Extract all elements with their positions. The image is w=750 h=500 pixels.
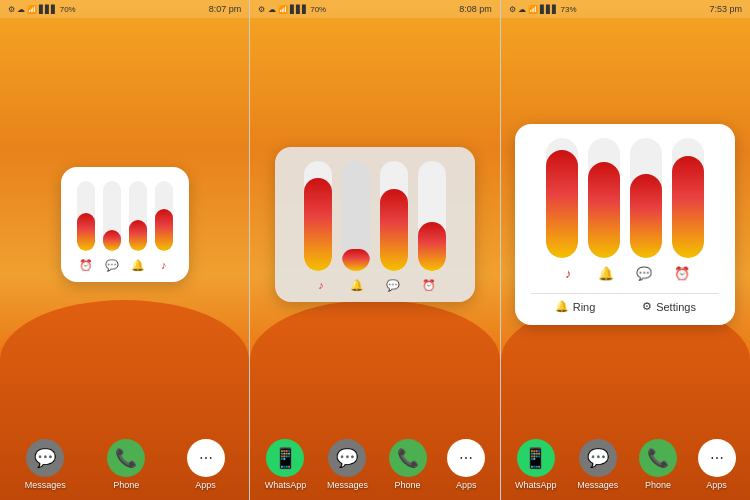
slider-fill-1-2: [103, 230, 121, 251]
slider-fill-1-4: [155, 209, 173, 251]
messages-label-2: Messages: [327, 480, 368, 490]
phone-label-3: Phone: [645, 480, 671, 490]
alarm-icon-1: ⏰: [77, 259, 95, 272]
sliders-row-3: [546, 138, 704, 258]
messages-icon-circle-1: 💬: [26, 439, 64, 477]
status-icons-3: ⚙ ☁ 📶 ▋▋▋ 73%: [509, 5, 577, 14]
apps-icon-3: ⋯: [710, 450, 724, 466]
status-bar-3: ⚙ ☁ 📶 ▋▋▋ 73% 7:53 pm: [501, 0, 750, 18]
phone-panel-1: ⚙ ☁ 📶 ▋▋▋ 70% 8:07 pm: [0, 0, 249, 500]
slider-1-1[interactable]: [77, 181, 95, 251]
apps-icon-circle-2: ⋯: [447, 439, 485, 477]
dock-apps-3[interactable]: ⋯ Apps: [698, 439, 736, 490]
sliders-row-1: [77, 181, 173, 251]
slider-2-1[interactable]: [304, 161, 332, 271]
dock-2: 📱 WhatsApp 💬 Messages 📞 Phone ⋯ Apps: [250, 431, 499, 500]
messages-label-1: Messages: [25, 480, 66, 490]
apps-label-3: Apps: [706, 480, 727, 490]
message-icon-2: 💬: [384, 279, 402, 292]
status-icons-1: ⚙ ☁ 📶: [8, 5, 37, 14]
ring-settings-bar: 🔔 Ring ⚙ Settings: [531, 293, 719, 313]
message-icon-1: 💬: [103, 259, 121, 272]
slider-2-3[interactable]: [380, 161, 408, 271]
messages-label-3: Messages: [577, 480, 618, 490]
messages-icon-3: 💬: [587, 447, 609, 469]
slider-fill-2-4: [418, 222, 446, 272]
slider-fill-1-3: [129, 220, 147, 252]
dock-phone-3[interactable]: 📞 Phone: [639, 439, 677, 490]
whatsapp-icon-3: 📱: [523, 446, 548, 470]
phone-panel-2: ⚙ ☁ 📶 ▋▋▋ 70% 8:08 pm: [250, 0, 499, 500]
phone-icon-circle-2: 📞: [389, 439, 427, 477]
slider-fill-3-2: [588, 162, 620, 258]
slider-2-2[interactable]: [342, 161, 370, 271]
slider-3-2[interactable]: [588, 138, 620, 258]
music-icon-3: ♪: [559, 266, 577, 281]
bell-icon-3: 🔔: [597, 266, 615, 281]
widget-area-3: ♪ 🔔 💬 ⏰ 🔔 Ring ⚙ Settings: [501, 18, 750, 431]
apps-icon-1: ⋯: [199, 450, 213, 466]
slider-fill-3-1: [546, 150, 578, 258]
ring-label: Ring: [573, 301, 596, 313]
slider-fill-2-2: [342, 249, 370, 271]
slider-1-4[interactable]: [155, 181, 173, 251]
message-icon-3: 💬: [635, 266, 653, 281]
status-left-3: ⚙ ☁ 📶 ▋▋▋ 73%: [509, 5, 577, 14]
widget-area-2: ♪ 🔔 💬 ⏰: [250, 18, 499, 431]
dock-phone-1[interactable]: 📞 Phone: [107, 439, 145, 490]
slider-1-3[interactable]: [129, 181, 147, 251]
settings-icon: ⚙: [642, 300, 652, 313]
bell-icon-2: 🔔: [348, 279, 366, 292]
messages-icon-circle-3: 💬: [579, 439, 617, 477]
phone-label-2: Phone: [395, 480, 421, 490]
settings-label: Settings: [656, 301, 696, 313]
dock-messages-3[interactable]: 💬 Messages: [577, 439, 618, 490]
slider-1-2[interactable]: [103, 181, 121, 251]
messages-icon-1: 💬: [34, 447, 56, 469]
widget-area-1: ⏰ 💬 🔔 ♪: [0, 18, 249, 431]
volume-widget-3: ♪ 🔔 💬 ⏰ 🔔 Ring ⚙ Settings: [515, 124, 735, 325]
apps-label-1: Apps: [195, 480, 216, 490]
slider-fill-3-4: [672, 156, 704, 258]
icons-row-2: ♪ 🔔 💬 ⏰: [312, 279, 438, 292]
phone-label-1: Phone: [113, 480, 139, 490]
signal-strength-1: ▋▋▋ 70%: [39, 5, 75, 14]
messages-icon-2: 💬: [336, 447, 358, 469]
slider-3-4[interactable]: [672, 138, 704, 258]
status-left-1: ⚙ ☁ 📶 ▋▋▋ 70%: [8, 5, 76, 14]
status-time-3: 7:53 pm: [709, 4, 742, 14]
slider-2-4[interactable]: [418, 161, 446, 271]
dock-apps-2[interactable]: ⋯ Apps: [447, 439, 485, 490]
slider-fill-3-3: [630, 174, 662, 258]
dock-messages-1[interactable]: 💬 Messages: [25, 439, 66, 490]
settings-button[interactable]: ⚙ Settings: [642, 300, 696, 313]
volume-widget-2: ♪ 🔔 💬 ⏰: [275, 147, 475, 302]
whatsapp-label-3: WhatsApp: [515, 480, 557, 490]
whatsapp-label-2: WhatsApp: [265, 480, 307, 490]
whatsapp-icon-circle-2: 📱: [266, 439, 304, 477]
dock-whatsapp-3[interactable]: 📱 WhatsApp: [515, 439, 557, 490]
apps-icon-circle-3: ⋯: [698, 439, 736, 477]
icons-row-3: ♪ 🔔 💬 ⏰: [559, 266, 691, 281]
dock-3: 📱 WhatsApp 💬 Messages 📞 Phone ⋯ Apps: [501, 431, 750, 500]
volume-widget-1: ⏰ 💬 🔔 ♪: [61, 167, 189, 282]
apps-icon-2: ⋯: [459, 450, 473, 466]
whatsapp-icon-2: 📱: [273, 446, 298, 470]
dock-messages-2[interactable]: 💬 Messages: [327, 439, 368, 490]
dock-whatsapp-2[interactable]: 📱 WhatsApp: [265, 439, 307, 490]
status-time-2: 8:08 pm: [459, 4, 492, 14]
status-icons-2: ⚙ ☁ 📶 ▋▋▋ 70%: [258, 5, 326, 14]
whatsapp-icon-circle-3: 📱: [517, 439, 555, 477]
alarm-icon-3: ⏰: [673, 266, 691, 281]
slider-3-1[interactable]: [546, 138, 578, 258]
phone-icon-2: 📞: [397, 447, 419, 469]
ring-button[interactable]: 🔔 Ring: [555, 300, 596, 313]
dock-phone-2[interactable]: 📞 Phone: [389, 439, 427, 490]
music-icon-1: ♪: [155, 259, 173, 272]
slider-fill-2-1: [304, 178, 332, 272]
dock-apps-1[interactable]: ⋯ Apps: [187, 439, 225, 490]
slider-3-3[interactable]: [630, 138, 662, 258]
phone-icon-circle-1: 📞: [107, 439, 145, 477]
divider-2: [500, 0, 501, 500]
status-left-2: ⚙ ☁ 📶 ▋▋▋ 70%: [258, 5, 326, 14]
